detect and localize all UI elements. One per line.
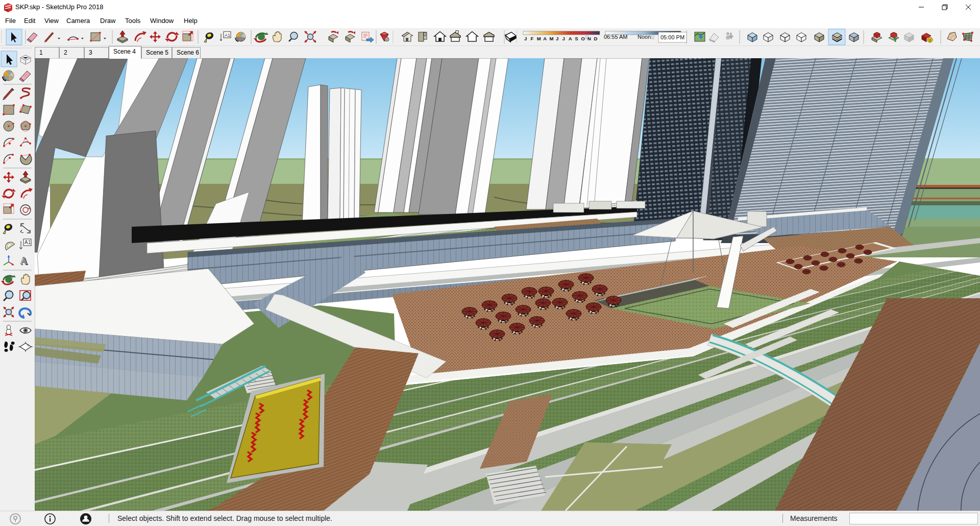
svg-text:A: A (569, 36, 572, 41)
svg-text:S: S (575, 36, 578, 41)
svg-text:05:00 PM: 05:00 PM (660, 34, 684, 40)
svg-text:A: A (543, 36, 547, 41)
svg-text:N: N (587, 36, 591, 41)
svg-text:D: D (594, 36, 597, 41)
svg-text:M: M (537, 36, 541, 41)
svg-text:A1: A1 (225, 33, 230, 38)
svg-text:A1: A1 (24, 240, 31, 245)
svg-text:A: A (20, 255, 28, 266)
svg-text:O: O (581, 36, 585, 41)
svg-text:F: F (530, 36, 533, 41)
svg-text:C: C (27, 344, 29, 347)
svg-text:J: J (562, 36, 565, 41)
svg-text:M: M (550, 36, 554, 41)
svg-text:J: J (556, 36, 558, 41)
svg-text:J: J (524, 36, 527, 41)
